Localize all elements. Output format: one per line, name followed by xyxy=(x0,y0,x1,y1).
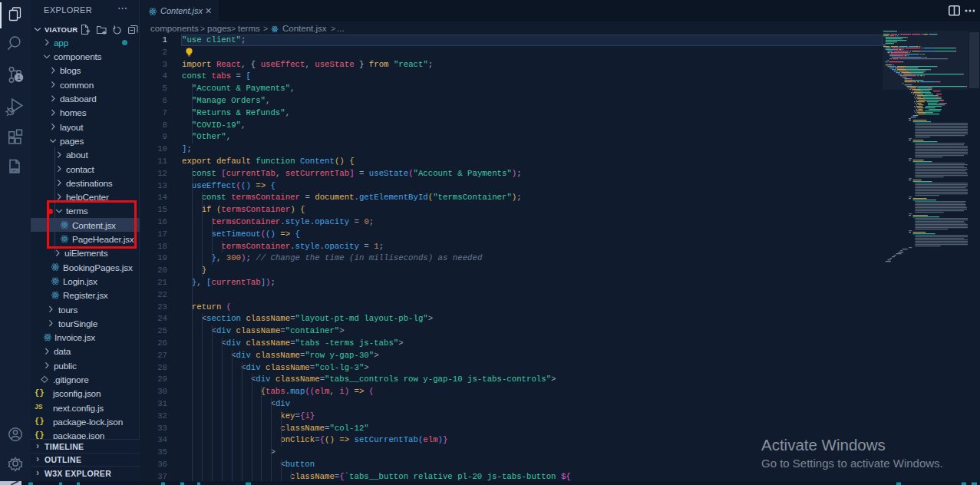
svg-text:1: 1 xyxy=(17,74,21,81)
svg-text:MPJ: MPJ xyxy=(12,170,18,173)
